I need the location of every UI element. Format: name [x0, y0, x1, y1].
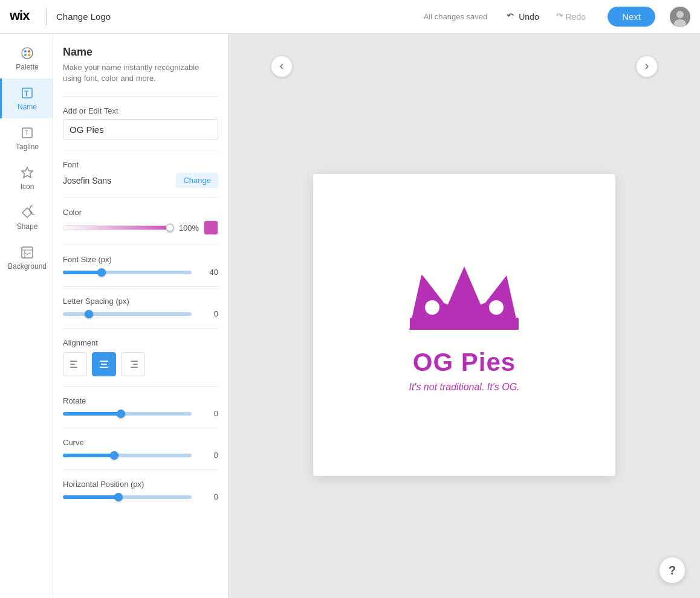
- header-divider: [46, 8, 47, 25]
- settings-panel: Name Make your name instantly recognizab…: [53, 34, 228, 598]
- rotate-slider-track[interactable]: [63, 412, 192, 416]
- wix-logo: wix: [10, 8, 36, 26]
- chevron-right-icon: [643, 63, 650, 70]
- align-center-icon: [98, 358, 110, 370]
- rotate-value: 0: [196, 409, 218, 418]
- svg-rect-16: [70, 361, 77, 362]
- divider-6: [63, 328, 218, 329]
- sidebar-item-background[interactable]: Background: [0, 238, 53, 278]
- rotate-section: Rotate 0: [63, 396, 218, 418]
- chevron-left-icon: [278, 63, 285, 70]
- svg-rect-18: [70, 367, 77, 368]
- tagline-icon: T: [20, 126, 34, 140]
- letter-spacing-slider-container: 0: [63, 309, 218, 318]
- background-icon: [20, 245, 34, 260]
- header-title: Change Logo: [56, 11, 111, 22]
- rotate-slider-handle[interactable]: [117, 410, 125, 418]
- next-arrow-button[interactable]: [636, 56, 658, 77]
- font-size-value: 40: [196, 268, 218, 277]
- font-section: Font Josefin Sans Change: [63, 160, 218, 188]
- logo-name-text: OG Pies: [413, 348, 516, 377]
- h-position-slider-container: 0: [63, 492, 218, 501]
- svg-point-5: [24, 50, 27, 53]
- sidebar-item-palette[interactable]: Palette: [0, 39, 53, 79]
- avatar: [670, 7, 690, 27]
- svg-point-31: [489, 300, 504, 315]
- help-button[interactable]: ?: [659, 557, 685, 584]
- panel-title: Name: [63, 46, 218, 59]
- palette-icon: [20, 46, 34, 60]
- curve-label: Curve: [63, 438, 218, 447]
- sidebar-item-shape[interactable]: Shape: [0, 198, 53, 238]
- h-position-section: Horizontal Position (px) 0: [63, 480, 218, 501]
- redo-button[interactable]: Redo: [549, 10, 591, 24]
- letter-spacing-slider-track[interactable]: [63, 312, 192, 316]
- divider-7: [63, 386, 218, 387]
- letter-spacing-label: Letter Spacing (px): [63, 297, 218, 306]
- svg-rect-24: [131, 367, 138, 368]
- color-slider-track[interactable]: [63, 225, 172, 230]
- logo-text-input[interactable]: [63, 119, 218, 140]
- svg-rect-23: [133, 364, 138, 365]
- sidebar-item-icon[interactable]: Icon: [0, 158, 53, 198]
- curve-slider-track[interactable]: [63, 454, 192, 457]
- font-row: Josefin Sans Change: [63, 173, 218, 188]
- svg-rect-19: [100, 361, 108, 362]
- svg-rect-22: [131, 361, 138, 362]
- color-opacity-value: 100%: [177, 223, 199, 233]
- align-center-button[interactable]: [92, 352, 116, 376]
- undo-icon: [507, 12, 516, 22]
- logo-tagline-text: It's not traditional. It's OG.: [409, 382, 519, 393]
- svg-point-4: [22, 48, 33, 59]
- color-row: 100%: [63, 220, 218, 235]
- alignment-label: Alignment: [63, 338, 218, 347]
- letter-spacing-section: Letter Spacing (px) 0: [63, 297, 218, 318]
- font-size-slider-handle[interactable]: [97, 268, 106, 277]
- curve-slider-container: 0: [63, 451, 218, 460]
- canvas-area: OG Pies It's not traditional. It's OG. ?: [228, 34, 700, 598]
- color-slider-handle[interactable]: [166, 223, 174, 232]
- h-position-slider-track[interactable]: [63, 495, 192, 499]
- svg-rect-21: [100, 367, 108, 368]
- sidebar-item-name[interactable]: T Name: [0, 79, 53, 118]
- svg-text:T: T: [24, 89, 29, 98]
- font-size-slider-track[interactable]: [63, 271, 192, 274]
- rotate-slider-container: 0: [63, 409, 218, 418]
- redo-icon: [554, 12, 563, 22]
- divider-4: [63, 245, 218, 245]
- add-edit-text-label: Add or Edit Text: [63, 106, 218, 115]
- font-change-button[interactable]: Change: [176, 173, 218, 188]
- prev-arrow-button[interactable]: [271, 56, 293, 77]
- h-position-slider-handle[interactable]: [114, 493, 123, 501]
- divider-8: [63, 428, 218, 428]
- font-size-section: Font Size (px) 40: [63, 255, 218, 277]
- sidebar-item-tagline[interactable]: T Tagline: [0, 118, 53, 158]
- letter-spacing-slider-handle[interactable]: [85, 310, 93, 318]
- svg-marker-13: [22, 167, 33, 178]
- align-right-button[interactable]: [121, 352, 145, 376]
- svg-point-7: [24, 54, 27, 56]
- align-left-button[interactable]: [63, 352, 87, 376]
- next-button[interactable]: Next: [608, 7, 655, 27]
- name-text-icon: T: [20, 86, 34, 100]
- color-swatch[interactable]: [204, 220, 218, 235]
- undo-button[interactable]: Undo: [502, 10, 543, 24]
- crown-icon: [404, 257, 525, 338]
- h-position-value: 0: [196, 492, 218, 501]
- undo-redo-group: Undo Redo: [502, 10, 591, 24]
- curve-value: 0: [196, 451, 218, 460]
- divider-1: [63, 96, 218, 97]
- svg-text:T: T: [25, 130, 28, 137]
- svg-rect-15: [22, 247, 33, 258]
- divider-9: [63, 469, 218, 470]
- font-name-value: Josefin Sans: [63, 176, 111, 185]
- svg-rect-20: [101, 364, 107, 365]
- alignment-row: [63, 352, 218, 376]
- rotate-label: Rotate: [63, 396, 218, 405]
- icon-sidebar-icon: [20, 166, 34, 180]
- font-label: Font: [63, 160, 218, 169]
- svg-point-30: [425, 300, 439, 315]
- align-right-icon: [127, 358, 139, 370]
- alignment-section: Alignment: [63, 338, 218, 376]
- curve-slider-handle[interactable]: [110, 451, 118, 460]
